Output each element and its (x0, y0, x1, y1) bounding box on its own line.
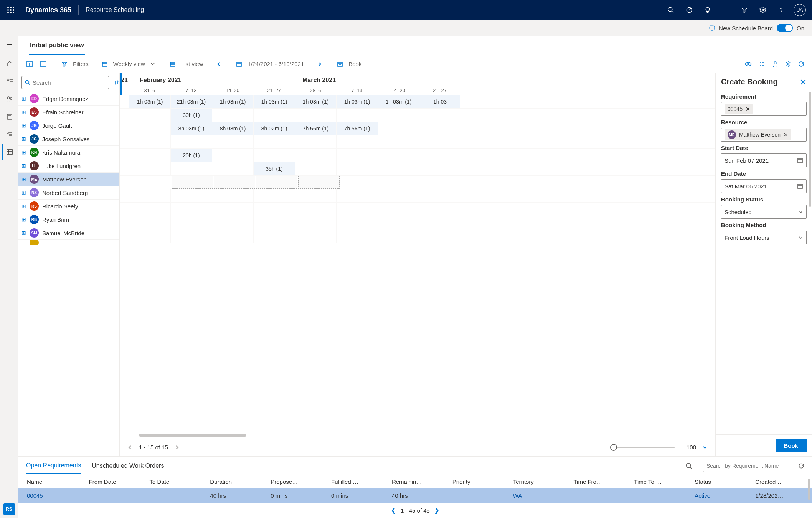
grid-cell[interactable] (129, 176, 171, 189)
user-avatar[interactable]: UA (794, 4, 806, 16)
grid-cell[interactable]: 1h 03m (1) (336, 95, 378, 108)
grid-row[interactable]: 1h 03m (1)21h 03m (1)1h 03m (1)1h 03m (1… (120, 95, 715, 109)
column-header[interactable]: Priority (449, 475, 509, 488)
next-range-icon[interactable] (315, 60, 324, 68)
tab-unscheduled-work-orders[interactable]: Unscheduled Work Orders (92, 459, 164, 473)
booking[interactable]: 8h 02m (1) (254, 122, 295, 135)
filter-toolbar-icon[interactable] (60, 59, 69, 69)
grid-cell[interactable] (419, 203, 460, 216)
chevron-down-icon[interactable] (799, 210, 803, 214)
next-page-icon[interactable]: ❯ (434, 507, 439, 514)
grid-cell[interactable] (129, 203, 170, 216)
grid-row[interactable] (120, 216, 715, 229)
grid-cell[interactable] (295, 149, 336, 162)
grid-cell[interactable] (378, 135, 419, 148)
column-header[interactable]: From Date (85, 475, 146, 488)
grid-cell[interactable]: 8h 03m (1) (170, 122, 212, 135)
resource-row[interactable]: ⊞ ES Efrain Schreiner (18, 106, 119, 119)
help-icon[interactable] (772, 1, 791, 19)
tab-initial-view[interactable]: Initial public view (29, 37, 85, 55)
grid-cell[interactable] (129, 229, 170, 243)
grid-cell[interactable] (212, 229, 253, 243)
grid-cell[interactable]: 21h 03m (1) (170, 95, 212, 108)
prev-range-icon[interactable] (215, 60, 223, 68)
schedule-grid[interactable]: 21 February 2021 March 2021 31–67–1314–2… (120, 73, 715, 456)
resource-row[interactable]: ⊞ ME Matthew Everson (18, 173, 119, 186)
refresh-icon[interactable] (798, 463, 804, 469)
grid-cell[interactable] (336, 149, 378, 162)
grid-cell[interactable] (170, 203, 212, 216)
refresh-icon[interactable] (797, 59, 806, 69)
column-header[interactable]: Duration (206, 475, 267, 488)
view-dropdown[interactable]: Weekly view (113, 61, 145, 67)
requirement-field[interactable]: 00045✕ (721, 102, 807, 116)
panel-scrollbar[interactable] (809, 92, 811, 207)
book-icon[interactable] (335, 59, 345, 69)
resource-row[interactable]: ⊞ RS Ricardo Seely (18, 200, 119, 213)
grid-cell[interactable] (129, 122, 170, 135)
expand-icon[interactable]: ⊞ (21, 163, 26, 169)
remove-chip-icon[interactable]: ✕ (746, 106, 750, 112)
search-icon[interactable] (662, 1, 680, 19)
booking-status-field[interactable]: Scheduled (721, 205, 807, 219)
column-header[interactable]: Remainin… (388, 475, 449, 488)
grid-cell[interactable] (253, 189, 295, 202)
grid-cell[interactable] (378, 229, 419, 243)
grid-cell[interactable]: 30h (1) (170, 109, 212, 122)
grid-row[interactable]: 8h 03m (1)8h 03m (1)8h 02m (1)7h 56m (1)… (120, 122, 715, 135)
resource-row[interactable]: ⊞ JG Joseph Gonsalves (18, 132, 119, 146)
info-icon[interactable]: ⓘ (709, 25, 715, 32)
grid-cell[interactable] (170, 216, 212, 229)
booking[interactable]: 1h 03m (1) (337, 95, 378, 108)
booking[interactable]: 35h (1) (254, 162, 295, 175)
end-date-field[interactable]: Sat Mar 06 2021 (721, 179, 807, 193)
grid-cell[interactable] (378, 162, 419, 175)
grid-cell[interactable] (170, 135, 212, 148)
next-page-icon[interactable] (174, 445, 180, 450)
grid-cell[interactable] (336, 216, 378, 229)
grid-cell[interactable] (295, 216, 336, 229)
grid-cell[interactable]: 7h 56m (1) (336, 122, 378, 135)
app-launcher-icon[interactable] (3, 2, 18, 18)
grid-cell[interactable] (295, 162, 336, 175)
grid-cell[interactable] (378, 203, 419, 216)
booking[interactable]: 1h 03m (1) (254, 95, 295, 108)
grid-cell[interactable] (419, 109, 460, 122)
people-icon[interactable] (2, 91, 17, 107)
grid-cell[interactable] (419, 229, 460, 243)
expand-icon[interactable]: ⊞ (21, 230, 26, 236)
calendar-view-icon[interactable] (100, 59, 109, 69)
schedule-board-toggle[interactable] (777, 24, 793, 32)
grid-cell[interactable] (172, 176, 213, 189)
horizontal-scrollbar[interactable] (120, 432, 715, 438)
grid-cell[interactable]: 20h (1) (170, 149, 212, 162)
resource-search[interactable] (21, 76, 109, 89)
grid-cell[interactable] (419, 122, 460, 135)
prev-page-icon[interactable] (127, 445, 133, 450)
status-link[interactable]: Active (695, 492, 710, 499)
column-header[interactable]: Fulfilled … (327, 475, 388, 488)
grid-cell[interactable] (170, 229, 212, 243)
resource-row[interactable]: ⊞ KN Kris Nakamura (18, 146, 119, 159)
grid-cell[interactable] (336, 229, 378, 243)
grid-cell[interactable] (295, 189, 336, 202)
gear-icon[interactable] (754, 1, 772, 19)
resource-row[interactable]: ⊞ ED Edgar Dominquez (18, 92, 119, 106)
grid-cell[interactable] (378, 122, 419, 135)
requirement-search-input[interactable] (706, 463, 784, 469)
grid-cell[interactable] (129, 189, 170, 202)
grid-cell[interactable] (336, 135, 378, 148)
column-header[interactable]: Time Fro… (570, 475, 630, 488)
grid-cell[interactable]: 1h 03m (1) (129, 95, 170, 108)
expand-icon[interactable]: ⊞ (21, 190, 26, 196)
grid-cell[interactable]: 8h 03m (1) (212, 122, 253, 135)
booking-method-field[interactable]: Front Load Hours (721, 231, 807, 244)
tab-open-requirements[interactable]: Open Requirements (26, 458, 81, 474)
grid-cell[interactable] (253, 135, 295, 148)
territory-link[interactable]: WA (513, 492, 522, 499)
add-icon[interactable] (717, 1, 735, 19)
expand-icon[interactable]: ⊞ (21, 216, 26, 223)
resource-row[interactable]: ⊞ LL Luke Lundgren (18, 159, 119, 173)
grid-cell[interactable] (253, 203, 295, 216)
date-range[interactable]: 1/24/2021 - 6/19/2021 (248, 61, 304, 67)
